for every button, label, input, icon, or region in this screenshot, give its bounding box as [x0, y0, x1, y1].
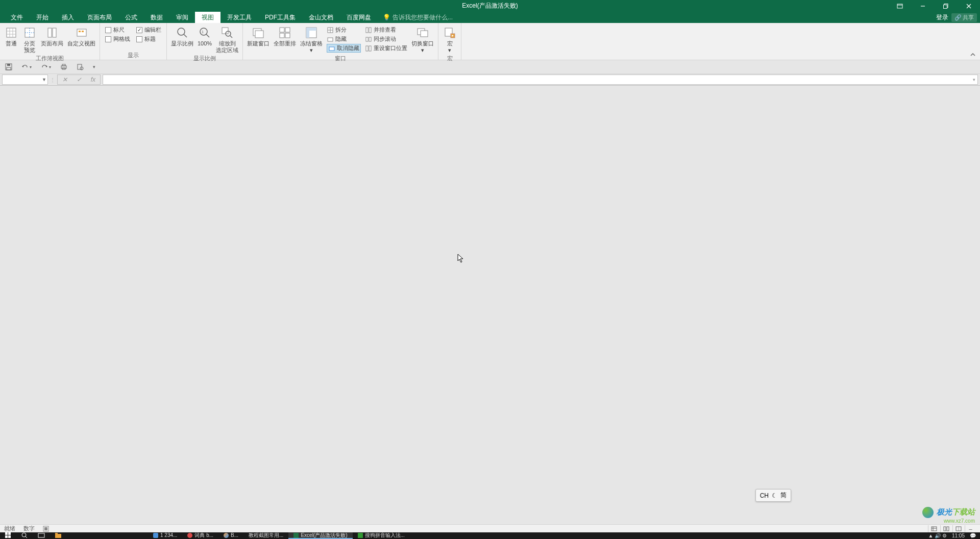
tab-view[interactable]: 视图 [195, 12, 220, 23]
pagelayout-icon [45, 26, 59, 40]
group-macro: 宏 ▾ 宏 [438, 23, 461, 60]
cancel-formula-button[interactable]: ✕ [60, 76, 69, 83]
tray-icons[interactable]: ▲ 🔊 ⚙ [928, 533, 947, 538]
btn-custom-view[interactable]: 自定义视图 [65, 24, 97, 48]
btn-pagelayout-view[interactable]: 页面布局 [39, 24, 65, 48]
tab-pagelayout[interactable]: 页面布局 [81, 12, 118, 23]
accept-formula-button[interactable]: ✓ [75, 76, 84, 83]
svg-rect-59 [62, 64, 65, 66]
minimize-button[interactable] [911, 0, 934, 12]
task-app2[interactable]: 词典 b... [182, 532, 218, 539]
task-app4-label: 教程截图常用... [249, 532, 283, 539]
task-app4[interactable]: 教程截图常用... [243, 532, 288, 539]
task-excel[interactable]: Excel(产品激活失败) [288, 532, 352, 539]
task-app3[interactable]: B... [218, 532, 243, 539]
chk-formulabar[interactable]: 编辑栏 [136, 26, 161, 34]
ime-indicator[interactable]: CH ☾ 简 [755, 489, 791, 502]
restore-button[interactable] [934, 0, 957, 12]
pagebreak-l1: 分页 [24, 40, 35, 47]
tab-jinshan[interactable]: 金山文档 [302, 12, 340, 23]
name-box[interactable]: ▼ [2, 75, 48, 85]
group-show: 标尺 网格线 编辑栏 标题 显示 [100, 23, 167, 60]
redo-button[interactable]: ▾ [41, 63, 51, 70]
btn-normal-view[interactable]: 普通 [2, 24, 20, 48]
explorer-button[interactable] [50, 532, 66, 539]
group-window-label: 窗口 [243, 55, 438, 62]
svg-rect-42 [366, 28, 368, 33]
start-button[interactable] [0, 532, 16, 539]
btn-arrange-all[interactable]: 全部重排 [272, 24, 298, 48]
svg-rect-0 [897, 4, 902, 8]
view-pagebreak-button[interactable] [952, 525, 964, 532]
btn-split[interactable]: 拆分 [327, 26, 361, 34]
tab-developer[interactable]: 开发工具 [220, 12, 258, 23]
chk-gridlines[interactable]: 网格线 [105, 35, 130, 43]
btn-zoom[interactable]: 显示比例 [169, 24, 195, 48]
printpreview-button[interactable] [77, 63, 84, 70]
zoomsel-icon [220, 26, 234, 40]
svg-marker-56 [22, 65, 23, 67]
formula-input[interactable]: ▾ [103, 75, 978, 85]
expand-formulabar-icon[interactable]: ▾ [973, 77, 975, 82]
task-app1[interactable]: 1 234... [148, 532, 182, 539]
search-button[interactable] [16, 532, 33, 539]
formula-bar: ▼ ⋮ ✕ ✓ fx ▾ [0, 74, 980, 86]
btn-switch-window[interactable]: 切换窗口 ▾ [409, 24, 436, 55]
share-button[interactable]: 🔗 共享 [951, 13, 977, 22]
btn-pagebreak-preview[interactable]: 分页 预览 [20, 24, 39, 55]
tab-pdftools[interactable]: PDF工具集 [258, 12, 302, 23]
tab-formulas[interactable]: 公式 [118, 12, 144, 23]
taskview-button[interactable] [33, 532, 50, 539]
task-excel-label: Excel(产品激活失败) [301, 532, 347, 539]
chk-ruler[interactable]: 标尺 [105, 26, 130, 34]
btn-zoom-selection[interactable]: 缩放到 选定区域 [214, 24, 240, 55]
ime-mode: 简 [780, 491, 787, 500]
btn-macro[interactable]: 宏 ▾ [440, 24, 459, 55]
pagebreak-l2: 预览 [24, 47, 35, 54]
resetpos-label: 重设窗口位置 [374, 44, 407, 52]
btn-hide[interactable]: 隐藏 [327, 35, 361, 43]
tab-data[interactable]: 数据 [144, 12, 169, 23]
notifications-button[interactable]: 💬 [970, 533, 976, 538]
tab-home[interactable]: 开始 [30, 12, 55, 23]
sidebyside-icon [365, 27, 372, 34]
quick-access-toolbar: ▾ ▾ ▾ [0, 60, 980, 74]
btn-unhide[interactable]: 取消隐藏 [327, 44, 361, 53]
ribbon-display-options[interactable] [888, 0, 911, 12]
tray: ▲ 🔊 ⚙ 11:05 💬 [928, 533, 981, 538]
customize-qat[interactable]: ▾ [93, 64, 95, 69]
svg-rect-36 [306, 28, 309, 38]
collapse-ribbon[interactable] [970, 52, 976, 58]
svg-point-20 [178, 28, 185, 35]
group-window: 新建窗口 全部重排 冻结窗格 ▾ 拆分 隐藏 取消隐藏 并排查看 同步滚动 重设… [243, 23, 438, 60]
btn-syncscroll[interactable]: 同步滚动 [365, 35, 407, 43]
zoom-out-button[interactable]: – [965, 525, 976, 532]
tell-me[interactable]: 💡 告诉我您想要做什么... [378, 12, 453, 23]
hide-icon [327, 36, 334, 43]
save-button[interactable] [5, 63, 12, 70]
svg-rect-55 [7, 67, 11, 70]
close-button[interactable] [957, 0, 980, 12]
btn-zoom-100[interactable]: 1 100% [195, 24, 214, 48]
pagebreak-icon [22, 26, 37, 40]
syncscroll-icon [365, 36, 372, 43]
view-pagelayout-button[interactable] [940, 525, 951, 532]
insert-function-button[interactable]: fx [89, 76, 97, 83]
macro-record-icon[interactable] [43, 526, 49, 532]
checkbox-icon [105, 27, 111, 33]
tab-baidu[interactable]: 百度网盘 [340, 12, 378, 23]
view-normal-button[interactable] [928, 525, 939, 532]
btn-freeze-panes[interactable]: 冻结窗格 ▾ [298, 24, 325, 55]
btn-new-window[interactable]: 新建窗口 [245, 24, 272, 48]
tab-review[interactable]: 审阅 [169, 12, 195, 23]
tab-insert[interactable]: 插入 [55, 12, 81, 23]
chk-headings[interactable]: 标题 [136, 35, 161, 43]
btn-sidebyside[interactable]: 并排查看 [365, 26, 407, 34]
btn-resetpos[interactable]: 重设窗口位置 [365, 44, 407, 53]
task-app6[interactable]: 搜狗拼音输入法... [353, 532, 410, 539]
tab-file[interactable]: 文件 [4, 12, 30, 23]
quickprint-button[interactable] [60, 63, 67, 70]
macro-icon [443, 26, 457, 40]
undo-button[interactable]: ▾ [21, 63, 32, 70]
login-link[interactable]: 登录 [936, 13, 948, 22]
